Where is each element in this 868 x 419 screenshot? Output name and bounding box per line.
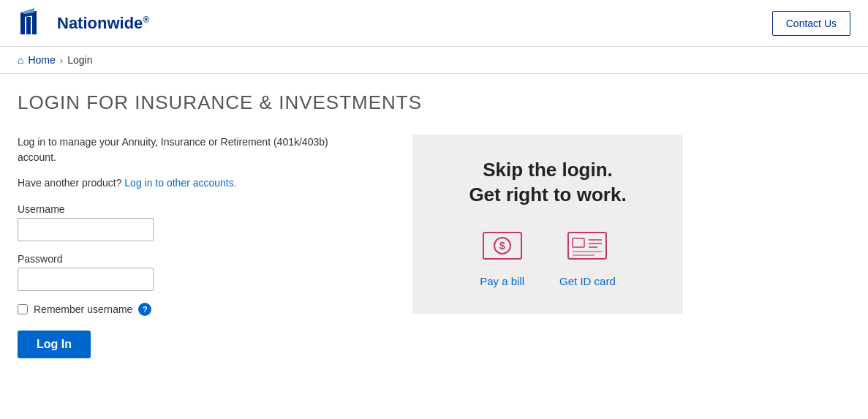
breadcrumb: ⌂ Home › Login <box>0 47 868 74</box>
content-columns: Log in to manage your Annuity, Insurance… <box>18 135 823 358</box>
main-content: LOGIN FOR INSURANCE & INVESTMENTS Log in… <box>0 74 841 388</box>
svg-rect-10 <box>573 238 584 247</box>
nationwide-logo-icon <box>18 7 51 40</box>
skip-options: $ Pay a bill <box>439 228 657 287</box>
username-group: Username <box>18 203 369 241</box>
remember-row: Remember username ? <box>18 303 369 316</box>
breadcrumb-current: Login <box>67 54 92 66</box>
home-icon: ⌂ <box>18 54 23 66</box>
password-input[interactable] <box>18 268 154 291</box>
username-input[interactable] <box>18 218 154 241</box>
username-label: Username <box>18 203 369 215</box>
remember-username-checkbox[interactable] <box>18 304 28 314</box>
password-label: Password <box>18 253 369 265</box>
remember-username-label[interactable]: Remember username <box>34 303 132 315</box>
login-form-section: Log in to manage your Annuity, Insurance… <box>18 135 369 358</box>
breadcrumb-separator: › <box>60 55 63 66</box>
logo-area: Nationwide® <box>18 7 149 40</box>
password-group: Password <box>18 253 369 291</box>
pay-bill-option[interactable]: $ Pay a bill <box>480 228 524 287</box>
svg-rect-2 <box>26 17 31 34</box>
page-title: LOGIN FOR INSURANCE & INVESTMENTS <box>18 91 823 114</box>
contact-us-button[interactable]: Contact Us <box>772 11 850 36</box>
alt-login-text: Have another product? Log in to other ac… <box>18 177 369 189</box>
id-card-icon <box>565 228 609 266</box>
intro-text: Log in to manage your Annuity, Insurance… <box>18 135 369 165</box>
login-button[interactable]: Log In <box>18 331 91 358</box>
remember-help-icon[interactable]: ? <box>138 303 151 316</box>
get-id-card-option[interactable]: Get ID card <box>559 228 616 287</box>
alt-login-link[interactable]: Log in to other accounts. <box>124 177 236 189</box>
logo-text: Nationwide® <box>57 14 149 33</box>
pay-bill-icon: $ <box>480 228 524 266</box>
site-header: Nationwide® Contact Us <box>0 0 868 47</box>
svg-text:$: $ <box>499 240 505 252</box>
get-id-card-link[interactable]: Get ID card <box>559 275 616 287</box>
breadcrumb-home-link[interactable]: Home <box>28 54 55 66</box>
skip-login-title: Skip the login. Get right to work. <box>439 158 657 208</box>
skip-login-card: Skip the login. Get right to work. $ Pay… <box>412 135 683 314</box>
pay-bill-link[interactable]: Pay a bill <box>480 275 524 287</box>
